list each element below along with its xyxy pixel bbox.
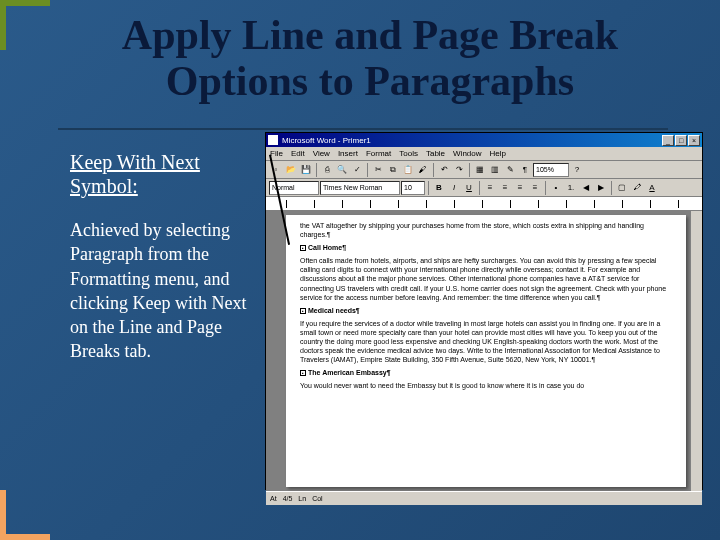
word-icon: [268, 135, 278, 145]
slide-title: Apply Line and Page Break Options to Par…: [60, 12, 680, 104]
increase-indent-icon[interactable]: ▶: [594, 181, 608, 195]
menubar: File Edit View Insert Format Tools Table…: [266, 147, 702, 161]
justify-icon[interactable]: ≡: [528, 181, 542, 195]
align-left-icon[interactable]: ≡: [483, 181, 497, 195]
ruler[interactable]: [266, 197, 702, 211]
italic-icon[interactable]: I: [447, 181, 461, 195]
subheading: Keep With Next Symbol:: [70, 150, 250, 198]
redo-icon[interactable]: ↷: [452, 163, 466, 177]
menu-format[interactable]: Format: [366, 149, 391, 158]
bullets-icon[interactable]: •: [549, 181, 563, 195]
cut-icon[interactable]: ✂: [371, 163, 385, 177]
corner-accent-bottom-left: [0, 490, 50, 540]
title-divider: [58, 128, 668, 130]
open-icon[interactable]: 📂: [284, 163, 298, 177]
menu-edit[interactable]: Edit: [291, 149, 305, 158]
status-col: Col: [312, 495, 323, 502]
corner-accent-top-left: [0, 0, 50, 50]
decrease-indent-icon[interactable]: ◀: [579, 181, 593, 195]
standard-toolbar: ▫ 📂 💾 ⎙ 🔍 ✓ ✂ ⧉ 📋 🖌 ↶ ↷ ▦ ▥ ✎ ¶ 105% ?: [266, 161, 702, 179]
highlight-icon[interactable]: 🖍: [630, 181, 644, 195]
doc-heading: Medical needs¶: [308, 307, 360, 314]
vertical-scrollbar[interactable]: [690, 211, 702, 491]
statusbar: At 4/5 Ln Col: [266, 491, 702, 505]
page: the VAT altogether by shipping your purc…: [286, 215, 686, 487]
status-page: At: [270, 495, 277, 502]
borders-icon[interactable]: ▢: [615, 181, 629, 195]
zoom-dropdown[interactable]: 105%: [533, 163, 569, 177]
spell-icon[interactable]: ✓: [350, 163, 364, 177]
doc-heading: Call Home¶: [308, 244, 346, 251]
paste-icon[interactable]: 📋: [401, 163, 415, 177]
maximize-button[interactable]: □: [675, 135, 687, 146]
status-ln: Ln: [298, 495, 306, 502]
font-color-icon[interactable]: A: [645, 181, 659, 195]
save-icon[interactable]: 💾: [299, 163, 313, 177]
align-center-icon[interactable]: ≡: [498, 181, 512, 195]
doc-paragraph: Often calls made from hotels, airports, …: [300, 256, 672, 301]
font-dropdown[interactable]: Times New Roman: [320, 181, 400, 195]
keep-with-next-symbol: ▪: [300, 245, 306, 251]
menu-help[interactable]: Help: [490, 149, 506, 158]
align-right-icon[interactable]: ≡: [513, 181, 527, 195]
menu-view[interactable]: View: [313, 149, 330, 158]
formatting-toolbar: Normal Times New Roman 10 B I U ≡ ≡ ≡ ≡ …: [266, 179, 702, 197]
show-hide-icon[interactable]: ¶: [518, 163, 532, 177]
minimize-button[interactable]: _: [662, 135, 674, 146]
doc-paragraph: the VAT altogether by shipping your purc…: [300, 221, 672, 239]
keep-with-next-symbol: ▪: [300, 370, 306, 376]
help-icon[interactable]: ?: [570, 163, 584, 177]
menu-table[interactable]: Table: [426, 149, 445, 158]
menu-insert[interactable]: Insert: [338, 149, 358, 158]
print-icon[interactable]: ⎙: [320, 163, 334, 177]
titlebar-text: Microsoft Word - Primer1: [282, 136, 662, 145]
doc-paragraph: You would never want to need the Embassy…: [300, 381, 672, 390]
document-area[interactable]: the VAT altogether by shipping your purc…: [266, 211, 702, 491]
menu-window[interactable]: Window: [453, 149, 481, 158]
keep-with-next-symbol: ▪: [300, 308, 306, 314]
doc-heading: The American Embassy¶: [308, 369, 391, 376]
copy-icon[interactable]: ⧉: [386, 163, 400, 177]
format-painter-icon[interactable]: 🖌: [416, 163, 430, 177]
drawing-icon[interactable]: ✎: [503, 163, 517, 177]
word-window: Microsoft Word - Primer1 _ □ × File Edit…: [265, 132, 703, 490]
menu-tools[interactable]: Tools: [399, 149, 418, 158]
titlebar: Microsoft Word - Primer1 _ □ ×: [266, 133, 702, 147]
preview-icon[interactable]: 🔍: [335, 163, 349, 177]
body-text: Achieved by selecting Paragraph from the…: [70, 218, 250, 364]
menu-file[interactable]: File: [270, 149, 283, 158]
underline-icon[interactable]: U: [462, 181, 476, 195]
doc-paragraph: If you require the services of a doctor …: [300, 319, 672, 364]
table-icon[interactable]: ▦: [473, 163, 487, 177]
bold-icon[interactable]: B: [432, 181, 446, 195]
left-text-column: Keep With Next Symbol: Achieved by selec…: [70, 150, 250, 364]
close-button[interactable]: ×: [688, 135, 700, 146]
size-dropdown[interactable]: 10: [401, 181, 425, 195]
columns-icon[interactable]: ▥: [488, 163, 502, 177]
numbering-icon[interactable]: 1.: [564, 181, 578, 195]
status-sec: 4/5: [283, 495, 293, 502]
undo-icon[interactable]: ↶: [437, 163, 451, 177]
